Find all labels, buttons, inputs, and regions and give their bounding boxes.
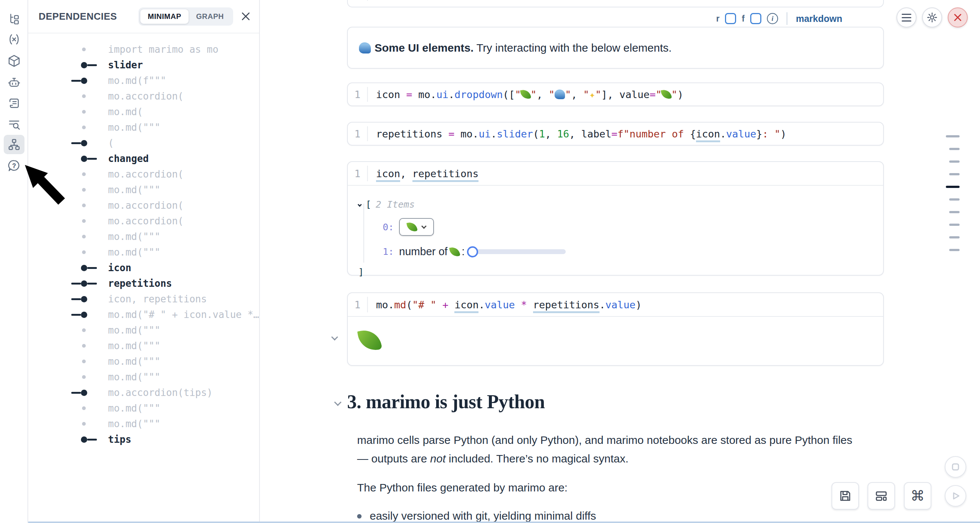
cell-position-mark[interactable] xyxy=(949,223,959,226)
slider-thumb[interactable] xyxy=(467,246,478,257)
leaf-emoji-icon xyxy=(449,246,460,257)
minimap-cell-row[interactable]: mo.accordion( xyxy=(28,213,259,229)
cell-position-mark[interactable] xyxy=(949,198,959,201)
layout-button[interactable] xyxy=(867,482,895,510)
code-token: dropdown xyxy=(454,89,503,100)
info-icon[interactable]: i xyxy=(767,13,778,24)
output-collapse-chevron-icon[interactable] xyxy=(331,333,338,340)
cell-position-mark[interactable] xyxy=(949,148,959,150)
dependency-graph-icon[interactable] xyxy=(4,135,24,154)
code-variables-icon[interactable] xyxy=(4,30,24,49)
reference-button[interactable]: r xyxy=(716,14,719,24)
minimap-cell-row[interactable]: mo.accordion( xyxy=(28,166,259,182)
minimap-cell-row[interactable]: slider xyxy=(28,57,259,73)
minimap-cell-list: import marimo as mo slider mo.md(f""" xyxy=(28,41,259,447)
repetitions-slider[interactable] xyxy=(467,246,566,257)
code-editor-line[interactable]: icon = mo.ui.dropdown(["", "", "✦"], val… xyxy=(376,89,683,100)
tab-graph[interactable]: GRAPH xyxy=(189,9,231,24)
cell-position-mark[interactable] xyxy=(949,161,959,163)
code-token: value xyxy=(726,128,756,140)
cell-2-dropdown-code: 1 icon = mo.ui.dropdown(["", "", "✦"], v… xyxy=(347,83,884,106)
cell-position-mark[interactable] xyxy=(949,211,959,213)
dependencies-header: DEPENDENCIES MINIMAP GRAPH xyxy=(28,0,259,33)
minimap-cell-row[interactable]: mo.accordion( xyxy=(28,198,259,213)
code-token: ) xyxy=(678,89,683,100)
menu-button[interactable] xyxy=(896,8,916,27)
markdown-output-text: Some UI elements. Try interacting with t… xyxy=(359,41,671,54)
tab-minimap[interactable]: MINIMAP xyxy=(140,9,189,24)
cell-code-preview: icon, repetitions xyxy=(108,293,207,305)
cell-code-preview: slider xyxy=(108,59,143,70)
stop-button[interactable] xyxy=(945,456,966,478)
minimap-cell-row[interactable]: mo.md(""" xyxy=(28,322,259,338)
minimap-cell-row[interactable]: mo.md(""" xyxy=(28,400,259,416)
cell-marker-icon xyxy=(67,126,100,129)
shutdown-button[interactable] xyxy=(948,8,968,27)
cell-position-mark[interactable] xyxy=(949,173,959,175)
cell-position-mark[interactable] xyxy=(949,249,959,251)
minimap-cell-row[interactable]: mo.md(""" xyxy=(28,244,259,260)
minimap-cell-row[interactable]: ( xyxy=(28,135,259,151)
layout-icon xyxy=(874,489,888,503)
markdown-mode-label[interactable]: markdown xyxy=(796,13,842,24)
bullet-item: easily versioned with git, yielding mini… xyxy=(357,510,596,522)
cell-position-mark[interactable] xyxy=(946,135,959,137)
r-toggle-icon[interactable] xyxy=(725,13,736,24)
toolbar-divider xyxy=(787,12,788,25)
minimap-cell-row[interactable]: tips xyxy=(28,432,259,447)
icon-dropdown-select[interactable] xyxy=(399,218,434,236)
cell-marker-icon xyxy=(67,156,100,162)
minimap-cell-row[interactable]: mo.md("# " + icon.value *… xyxy=(28,307,259,322)
code-editor-line[interactable]: repetitions = mo.ui.slider(1, 16, label=… xyxy=(376,128,787,140)
minimap-cell-row[interactable]: repetitions xyxy=(28,276,259,291)
minimap-cell-row[interactable]: mo.md(""" xyxy=(28,338,259,354)
minimap-cell-row[interactable]: mo.md(""" xyxy=(28,416,259,432)
minimap-cell-row[interactable]: mo.accordion( xyxy=(28,88,259,104)
scratchpad-scroll-icon[interactable] xyxy=(4,94,24,113)
code-token: icon xyxy=(376,168,400,182)
line-number: 1 xyxy=(348,89,367,100)
code-editor-line[interactable]: mo.md("# " + icon.value * repetitions.va… xyxy=(376,299,641,311)
code-token: slider xyxy=(497,128,533,140)
keyboard-shortcuts-button[interactable]: ⌘ xyxy=(904,482,931,510)
file-tree-icon[interactable] xyxy=(4,10,24,29)
ai-robot-icon[interactable] xyxy=(4,72,24,92)
section-collapse-chevron-icon[interactable] xyxy=(334,399,342,406)
play-icon xyxy=(950,490,961,501)
code-token: = xyxy=(611,128,617,140)
cell-position-mark[interactable] xyxy=(946,186,959,188)
settings-button[interactable] xyxy=(922,8,942,27)
save-button[interactable] xyxy=(832,482,859,510)
minimap-cell-row[interactable]: mo.md(""" xyxy=(28,229,259,244)
minimap-cell-row[interactable]: mo.md(f""" xyxy=(28,73,259,88)
cell-code-preview: mo.md(""" xyxy=(108,122,161,133)
slider-track[interactable] xyxy=(474,249,566,254)
cell-code-preview: mo.md(""" xyxy=(108,247,161,258)
minimap-cell-row[interactable]: icon, repetitions xyxy=(28,291,259,307)
minimap-cell-row[interactable]: mo.md(""" xyxy=(28,354,259,369)
run-button[interactable] xyxy=(945,485,966,507)
code-token: . xyxy=(600,299,605,311)
packages-cube-icon[interactable] xyxy=(4,51,24,70)
collapse-chevron-icon[interactable] xyxy=(358,203,361,207)
minimap-cell-row[interactable]: import marimo as mo xyxy=(28,41,259,57)
fstring-button[interactable]: f xyxy=(742,14,745,24)
close-bracket: ] xyxy=(358,267,883,277)
minimap-cell-row[interactable]: icon xyxy=(28,260,259,276)
cell-code-preview: mo.md(f""" xyxy=(108,75,166,86)
minimap-cell-row[interactable]: mo.md(""" xyxy=(28,182,259,198)
code-token: value xyxy=(620,89,650,100)
notebook-area: 1 ** Some UI elements.** Try interacting… xyxy=(260,0,980,523)
help-icon[interactable]: ? xyxy=(4,156,24,175)
minimap-cell-row[interactable]: mo.md(""" xyxy=(28,120,259,135)
search-list-icon[interactable] xyxy=(4,115,24,134)
cell-position-mark[interactable] xyxy=(949,236,959,238)
minimap-cell-row[interactable]: mo.md( xyxy=(28,104,259,120)
f-toggle-icon[interactable] xyxy=(750,13,761,24)
close-icon[interactable] xyxy=(237,8,254,24)
minimap-cell-row[interactable]: changed xyxy=(28,151,259,166)
minimap-cell-row[interactable]: mo.md(""" xyxy=(28,369,259,385)
code-token: value xyxy=(605,299,635,311)
minimap-cell-row[interactable]: mo.accordion(tips) xyxy=(28,385,259,400)
code-editor-line[interactable]: icon, repetitions xyxy=(376,168,479,179)
